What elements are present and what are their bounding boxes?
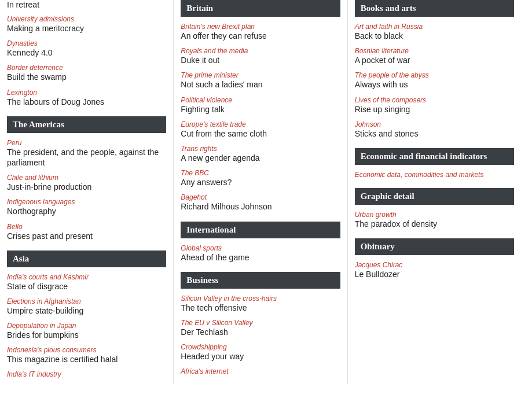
article-title: An offer they can refuse [181, 31, 340, 41]
article-topic: Europe's textile trade [181, 120, 340, 128]
article-title: Not such a ladies' man [181, 79, 340, 90]
article-title: Back to black [355, 31, 514, 41]
article-topic: Peru [7, 139, 166, 147]
article-title: Crises past and present [7, 231, 166, 241]
article-topic: Royals and the media [181, 47, 340, 55]
section-header-britain: Britain [181, 0, 340, 17]
section-header-books-arts: Books and arts [355, 0, 514, 17]
article-topic: Global sports [181, 244, 340, 252]
article-topic: Trans rights [181, 145, 340, 153]
article-title: Umpire state-building [7, 305, 166, 316]
article-item: Lives of the composers Rise up singing [355, 96, 514, 115]
section-header-americas: The Americas [7, 116, 166, 133]
section-header-economic: Economic and financial indicators [355, 148, 514, 165]
article-topic: Dynasties [7, 39, 166, 47]
column-1: In retreat University admissions Making … [0, 0, 174, 384]
article-title: Headed your way [181, 351, 340, 362]
column-2: Britain Britain's new Brexit plan An off… [174, 0, 347, 384]
column-3: Books and arts Art and faith in Russia B… [348, 0, 521, 384]
section-header-international: International [181, 222, 340, 238]
article-item: Johnson Sticks and stones [355, 120, 514, 139]
article-topic: Bagehot [181, 193, 340, 201]
article-item: Jacques Chirac Le Bulldozer [355, 261, 514, 279]
article-item: Royals and the media Duke it out [181, 47, 340, 65]
article-topic: Art and faith in Russia [355, 23, 514, 31]
article-title: Kennedy 4.0 [7, 47, 166, 58]
article-item: Dynasties Kennedy 4.0 [7, 39, 166, 58]
article-item: Bosnian literature A pocket of war [355, 47, 514, 65]
article-topic: Political violence [181, 96, 340, 104]
article-item: Urban growth The paradox of density [355, 211, 514, 229]
article-title: Duke it out [181, 55, 340, 65]
article-item: Economic data, commodities and markets [355, 171, 514, 179]
article-item: Britain's new Brexit plan An offer they … [181, 23, 340, 41]
article-title: This magazine is certified halal [7, 354, 166, 364]
article-topic: Lives of the composers [355, 96, 514, 104]
article-topic: Indigenous languages [7, 198, 166, 206]
article-topic: India's courts and Kashmir [7, 273, 166, 281]
article-title: Ahead of the game [181, 252, 340, 263]
article-topic: The EU v Silicon Valley [181, 319, 340, 327]
article-title: Always with us [355, 79, 514, 90]
article-item: Depopulation in Japan Brides for bumpkin… [7, 322, 166, 340]
article-topic: Jacques Chirac [355, 261, 514, 269]
article-topic: Chile and lithium [7, 174, 166, 182]
article-item: Bello Crises past and present [7, 223, 166, 241]
intro-title: In retreat [7, 0, 166, 9]
article-item: Political violence Fighting talk [181, 96, 340, 115]
article-item: The people of the abyss Always with us [355, 71, 514, 90]
article-item: Peru The president, and the people, agai… [7, 139, 166, 168]
article-item: Africa's internet [181, 367, 340, 375]
article-item: Art and faith in Russia Back to black [355, 23, 514, 41]
article-title: State of disgrace [7, 281, 166, 292]
section-header-business: Business [181, 272, 340, 289]
article-topic: The prime minister [181, 71, 340, 79]
article-title: Any answers? [181, 177, 340, 187]
article-title: Le Bulldozer [355, 269, 514, 279]
article-topic: Urban growth [355, 211, 514, 219]
article-item: India's IT industry [7, 370, 166, 378]
article-item: Lexington The labours of Doug Jones [7, 89, 166, 107]
article-title: Build the swamp [7, 72, 166, 82]
article-item: The prime minister Not such a ladies' ma… [181, 71, 340, 90]
article-topic: Africa's internet [181, 367, 340, 375]
article-topic: The BBC [181, 169, 340, 177]
article-title: A new gender agenda [181, 153, 340, 163]
article-topic: Bello [7, 223, 166, 231]
article-title: Fighting talk [181, 104, 340, 115]
article-title: Rise up singing [355, 104, 514, 115]
article-topic: The people of the abyss [355, 71, 514, 79]
article-title: Northography [7, 206, 166, 216]
article-title: Making a meritocracy [7, 23, 166, 34]
article-title: The paradox of density [355, 219, 514, 229]
article-item: India's courts and Kashmir State of disg… [7, 273, 166, 292]
article-title: Sticks and stones [355, 128, 514, 139]
section-header-asia: Asia [7, 250, 166, 267]
article-item: Trans rights A new gender agenda [181, 145, 340, 163]
article-item: Indonesia's pious consumers This magazin… [7, 346, 166, 364]
article-item: Bagehot Richard Milhous Johnson [181, 193, 340, 212]
article-topic: India's IT industry [7, 370, 166, 378]
article-title: Brides for bumpkins [7, 330, 166, 340]
article-topic: Border deterrence [7, 64, 166, 72]
article-title: Just-in-brine production [7, 182, 166, 192]
article-item: Chile and lithium Just-in-brine producti… [7, 174, 166, 192]
article-title: Richard Milhous Johnson [181, 201, 340, 212]
article-item: Europe's textile trade Cut from the same… [181, 120, 340, 139]
article-topic: University admissions [7, 15, 166, 23]
article-item: University admissions Making a meritocra… [7, 15, 166, 34]
article-item: Indigenous languages Northography [7, 198, 166, 216]
article-topic: Britain's new Brexit plan [181, 23, 340, 31]
article-title: The president, and the people, against t… [7, 147, 166, 168]
article-title: Der Techlash [181, 327, 340, 337]
article-item: Silicon Valley in the cross-hairs The te… [181, 294, 340, 313]
article-title: The labours of Doug Jones [7, 97, 166, 107]
article-topic: Bosnian literature [355, 47, 514, 55]
article-topic: Depopulation in Japan [7, 322, 166, 330]
article-topic: Economic data, commodities and markets [355, 171, 514, 179]
intro-item: In retreat [7, 0, 166, 9]
article-topic: Johnson [355, 120, 514, 128]
article-item: Crowdshipping Headed your way [181, 343, 340, 362]
article-topic: Lexington [7, 89, 166, 97]
article-topic: Crowdshipping [181, 343, 340, 351]
